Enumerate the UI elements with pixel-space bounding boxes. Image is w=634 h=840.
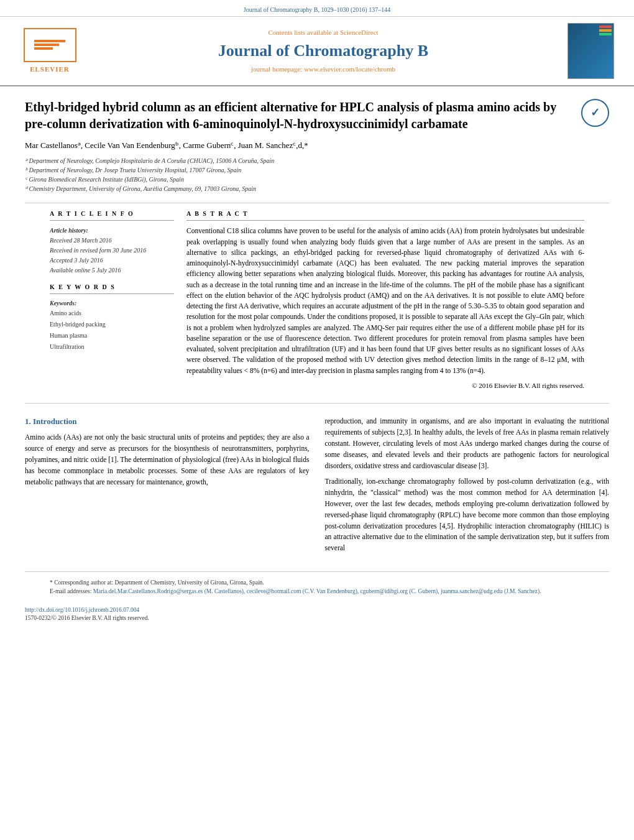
journal-title: Journal of Chromatography B (218, 40, 428, 62)
intro-para3: Traditionally, ion-exchange chromatograp… (325, 476, 610, 554)
doi-section: http://dx.doi.org/10.1016/j.jchromb.2016… (0, 602, 634, 624)
article-info-column: A R T I C L E I N F O Article history: R… (50, 210, 174, 390)
article-info-abstract-section: A R T I C L E I N F O Article history: R… (25, 203, 609, 404)
affiliation-c: ᶜ Girona Biomedical Research Institute (… (25, 175, 609, 184)
abstract-column: A B S T R A C T Conventional C18 silica … (186, 210, 584, 390)
homepage-url[interactable]: www.elsevier.com/locate/chromb (304, 65, 395, 73)
sciencedirect-name[interactable]: ScienceDirect (340, 29, 379, 36)
intro-heading: 1. Introduction (25, 416, 310, 427)
footnotes-section: * Corresponding author at: Department of… (25, 571, 609, 602)
doi-link[interactable]: http://dx.doi.org/10.1016/j.jchromb.2016… (25, 606, 609, 614)
header-section: ELSEVIER Contents lists available at Sci… (0, 17, 634, 86)
online-date: Available online 5 July 2016 (50, 267, 121, 274)
page-wrapper: Journal of Chromatography B, 1029–1030 (… (0, 0, 634, 624)
journal-reference: Journal of Chromatography B, 1029–1030 (… (244, 6, 390, 13)
elsevier-stripe-1 (34, 40, 65, 42)
cover-stripe-3 (599, 33, 612, 35)
affiliations: ᵃ Department of Neurology, Complejo Hosp… (25, 156, 609, 193)
header-center: Contents lists available at ScienceDirec… (93, 23, 553, 79)
article-header: Ethyl-bridged hybrid column as an effici… (0, 86, 634, 203)
sciencedirect-prefix: Contents lists available at (268, 29, 338, 36)
elsevier-logo: ELSEVIER (24, 28, 76, 74)
crossmark-badge: ✓ (581, 99, 609, 127)
journal-cover-image (567, 23, 614, 79)
issn-line: 1570-0232/© 2016 Elsevier B.V. All right… (25, 614, 609, 622)
elsevier-logo-container: ELSEVIER (12, 23, 87, 79)
intro-para1: Amino acids (AAs) are not only the basic… (25, 432, 310, 487)
keyword-3: Human plasma (50, 330, 174, 341)
received-date: Received 28 March 2016 (50, 237, 112, 244)
abstract-text: Conventional C18 silica columns have pro… (186, 226, 584, 376)
left-column: 1. Introduction Amino acids (AAs) are no… (25, 416, 310, 559)
keyword-1: Amino acids (50, 308, 174, 319)
authors-line: Mar Castellanosᵃ, Cecile Van Van Eendenb… (25, 140, 609, 151)
right-column: reproduction, and immunity in organisms,… (325, 416, 610, 559)
email-text: Maria.del.Mar.Castellanos.Rodrigo@sergas… (93, 588, 541, 594)
copyright-line: © 2016 Elsevier B.V. All rights reserved… (186, 381, 584, 390)
elsevier-stripe-3 (34, 47, 53, 50)
journal-top-bar: Journal of Chromatography B, 1029–1030 (… (0, 0, 634, 17)
cover-stripe-2 (599, 29, 612, 32)
keywords-list: Amino acids Ethyl-bridged packing Human … (50, 308, 174, 353)
revised-date: Received in revised form 30 June 2016 (50, 247, 146, 254)
email-label: E-mail addresses: (50, 588, 91, 594)
email-addresses: E-mail addresses: Maria.del.Mar.Castella… (50, 587, 584, 596)
intro-para2: reproduction, and immunity in organisms,… (325, 416, 610, 471)
cover-stripe-1 (599, 25, 612, 28)
keywords-heading: K E Y W O R D S (50, 283, 174, 294)
corresponding-author: * Corresponding author at: Department of… (50, 578, 584, 587)
affiliation-b: ᵇ Department of Neurology, Dr Josep True… (25, 165, 609, 175)
main-content: 1. Introduction Amino acids (AAs) are no… (0, 404, 634, 571)
abstract-heading: A B S T R A C T (186, 210, 584, 221)
affiliation-d: ᵈ Chemistry Department, University of Gi… (25, 184, 609, 193)
elsevier-box (24, 28, 76, 62)
sciencedirect-link: Contents lists available at ScienceDirec… (268, 28, 378, 37)
history-label: Article history: (50, 227, 88, 234)
elsevier-box-inner (34, 40, 65, 50)
elsevier-text: ELSEVIER (30, 65, 70, 74)
keyword-2: Ethyl-bridged packing (50, 319, 174, 330)
keywords-section: K E Y W O R D S Keywords: Amino acids Et… (50, 283, 174, 353)
article-info-heading: A R T I C L E I N F O (50, 210, 174, 221)
journal-cover-container (559, 23, 622, 79)
accepted-date: Accepted 3 July 2016 (50, 257, 103, 264)
keywords-label: Keywords: (50, 300, 76, 307)
affiliation-a: ᵃ Department of Neurology, Complejo Hosp… (25, 156, 609, 165)
article-history: Article history: Received 28 March 2016 … (50, 226, 174, 275)
journal-homepage: journal homepage: www.elsevier.com/locat… (251, 65, 395, 74)
cover-stripes (599, 25, 612, 35)
keyword-4: Ultrafiltration (50, 341, 174, 353)
authors-text: Mar Castellanosᵃ, Cecile Van Van Eendenb… (25, 141, 308, 150)
crossmark-row: Ethyl-bridged hybrid column as an effici… (25, 99, 609, 132)
homepage-prefix: journal homepage: (251, 65, 302, 73)
article-title: Ethyl-bridged hybrid column as an effici… (25, 99, 581, 132)
elsevier-stripe-2 (34, 44, 59, 46)
